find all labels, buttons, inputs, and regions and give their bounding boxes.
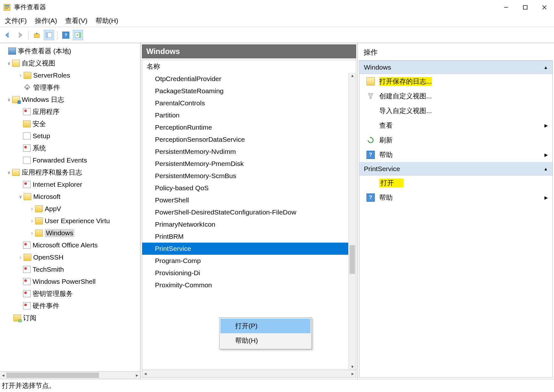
tree-hardware[interactable]: 硬件事件 — [0, 300, 140, 312]
action-open-saved-log[interactable]: 打开保存的日志... — [359, 74, 552, 89]
tree-system[interactable]: 系统 — [0, 142, 140, 154]
back-button[interactable] — [3, 30, 13, 40]
context-menu-help[interactable]: 帮助(H) — [220, 333, 311, 348]
menu-action[interactable]: 操作(A) — [35, 16, 57, 25]
blank-icon — [366, 107, 375, 115]
tree-admin-events[interactable]: 管理事件 — [0, 81, 140, 94]
list-item[interactable]: Program-Comp — [142, 255, 356, 267]
list-item[interactable]: PowerShell — [142, 194, 356, 206]
action-help-2[interactable]: ?帮助▶ — [359, 190, 552, 205]
list-item[interactable]: PersistentMemory-ScmBus — [142, 170, 356, 182]
tree-label: ServerRoles — [33, 72, 70, 79]
tree-microsoft[interactable]: ∨Microsoft — [0, 191, 140, 203]
tree-windows-logs[interactable]: ∨Windows 日志 — [0, 94, 140, 106]
help-button[interactable]: ? — [61, 30, 71, 40]
scrollbar-thumb[interactable] — [6, 373, 99, 378]
menu-help[interactable]: 帮助(H) — [96, 16, 118, 25]
actions-section-windows[interactable]: Windows▲ — [359, 61, 552, 74]
actions-title: 操作 — [359, 44, 553, 60]
tree-body[interactable]: 事件查看器 (本地) ∨自定义视图 ›ServerRoles 管理事件 ∨Win… — [0, 43, 140, 371]
list-item[interactable]: PrintService — [142, 243, 356, 255]
tree-hscrollbar[interactable]: ◄► — [0, 371, 140, 379]
menu-view[interactable]: 查看(V) — [65, 16, 88, 25]
titlebar: 事件查看器 — [0, 0, 554, 14]
context-menu-open[interactable]: 打开(P) — [220, 319, 311, 333]
list-item[interactable]: Partition — [142, 109, 356, 121]
tree-label: 应用程序 — [33, 107, 59, 116]
list-item[interactable]: PerceptionSensorDataService — [142, 133, 356, 146]
tree-appv[interactable]: ›AppV — [0, 203, 140, 215]
actions-section-printservice[interactable]: PrintService▲ — [359, 162, 552, 176]
menu-file[interactable]: 文件(F) — [5, 16, 27, 25]
tree-ie[interactable]: Internet Explorer — [0, 178, 140, 191]
context-menu-label: 打开(P) — [235, 321, 258, 330]
action-help[interactable]: ?帮助▶ — [359, 147, 552, 162]
list-item[interactable]: PowerShell-DesiredStateConfiguration-Fil… — [142, 206, 356, 218]
toolbar-separator — [28, 31, 28, 40]
show-actions-button[interactable] — [73, 30, 83, 40]
tree-label: Microsoft Office Alerts — [33, 241, 98, 249]
tree-label: Microsoft — [33, 193, 60, 200]
tree-application[interactable]: 应用程序 — [0, 106, 140, 118]
tree-powershell[interactable]: Windows PowerShell — [0, 275, 140, 288]
tree-setup[interactable]: Setup — [0, 130, 140, 142]
list-hscrollbar[interactable]: ◄► — [142, 370, 356, 377]
forward-button[interactable] — [15, 30, 25, 40]
tree-apps-services[interactable]: ∨应用程序和服务日志 — [0, 166, 140, 178]
tree-label: Internet Explorer — [33, 181, 82, 188]
list-item[interactable]: OtpCredentialProvider — [142, 73, 356, 85]
list-item[interactable]: Policy-based QoS — [142, 182, 356, 194]
list-item[interactable]: PrimaryNetworkIcon — [142, 218, 356, 230]
close-button[interactable] — [535, 0, 554, 14]
list-item[interactable]: PrintBRM — [142, 230, 356, 243]
refresh-icon — [366, 136, 375, 144]
list-item[interactable]: ParentalControls — [142, 97, 356, 109]
tree-security[interactable]: 安全 — [0, 118, 140, 130]
tree-kms[interactable]: 密钥管理服务 — [0, 288, 140, 300]
tree-serverroles[interactable]: ›ServerRoles — [0, 69, 140, 81]
tree-panel: 事件查看器 (本地) ∨自定义视图 ›ServerRoles 管理事件 ∨Win… — [0, 43, 141, 379]
tree-label: 安全 — [33, 119, 46, 128]
tree-openssh[interactable]: ›OpenSSH — [0, 251, 140, 263]
tree-office-alerts[interactable]: Microsoft Office Alerts — [0, 239, 140, 251]
tree-label: Forwarded Events — [33, 156, 87, 164]
action-open[interactable]: 打开 — [359, 176, 552, 190]
tree-root[interactable]: 事件查看器 (本地) — [0, 45, 140, 57]
list-item[interactable]: PersistentMemory-PmemDisk — [142, 158, 356, 170]
list-item[interactable]: PersistentMemory-Nvdimm — [142, 146, 356, 158]
tree-uev[interactable]: ›User Experience Virtu — [0, 215, 140, 227]
submenu-arrow-icon: ▶ — [544, 152, 548, 157]
svg-rect-2 — [5, 7, 9, 8]
action-import-custom-view[interactable]: 导入自定义视图... — [359, 103, 552, 118]
tree-forwarded[interactable]: Forwarded Events — [0, 154, 140, 166]
help-icon: ? — [366, 151, 375, 159]
action-refresh[interactable]: 刷新 — [359, 133, 552, 147]
tree-label: 自定义视图 — [22, 59, 55, 68]
list-item[interactable]: PerceptionRuntime — [142, 121, 356, 133]
up-button[interactable] — [32, 30, 42, 40]
minimize-button[interactable] — [496, 0, 516, 14]
tree-techsmith[interactable]: TechSmith — [0, 263, 140, 275]
tree-custom-views[interactable]: ∨自定义视图 — [0, 57, 140, 69]
action-create-custom-view[interactable]: 创建自定义视图... — [359, 89, 552, 103]
action-view[interactable]: 查看▶ — [359, 118, 552, 133]
tree-windows-folder[interactable]: ›Windows — [0, 227, 140, 239]
maximize-button[interactable] — [516, 0, 535, 14]
tree-subscriptions[interactable]: 订阅 — [0, 312, 140, 324]
blank-icon — [366, 121, 375, 130]
tree-label: OpenSSH — [33, 253, 64, 261]
show-tree-button[interactable] — [44, 30, 54, 40]
list-item[interactable]: PackageStateRoaming — [142, 85, 356, 97]
action-label: 打开保存的日志... — [379, 77, 432, 86]
tree-label: 系统 — [33, 144, 46, 153]
column-header-name[interactable]: 名称 — [142, 60, 356, 73]
tree-label: 订阅 — [23, 313, 36, 322]
list-item[interactable]: Proximity-Common — [142, 279, 356, 291]
scrollbar-thumb[interactable] — [350, 245, 355, 274]
action-label: 刷新 — [379, 136, 393, 145]
list-item[interactable]: Provisioning-Di — [142, 267, 356, 279]
list-vscrollbar[interactable]: ▲▼ — [348, 73, 356, 370]
tree-label: TechSmith — [33, 266, 64, 273]
action-label: 查看 — [379, 121, 393, 130]
folder-open-icon — [366, 77, 375, 86]
